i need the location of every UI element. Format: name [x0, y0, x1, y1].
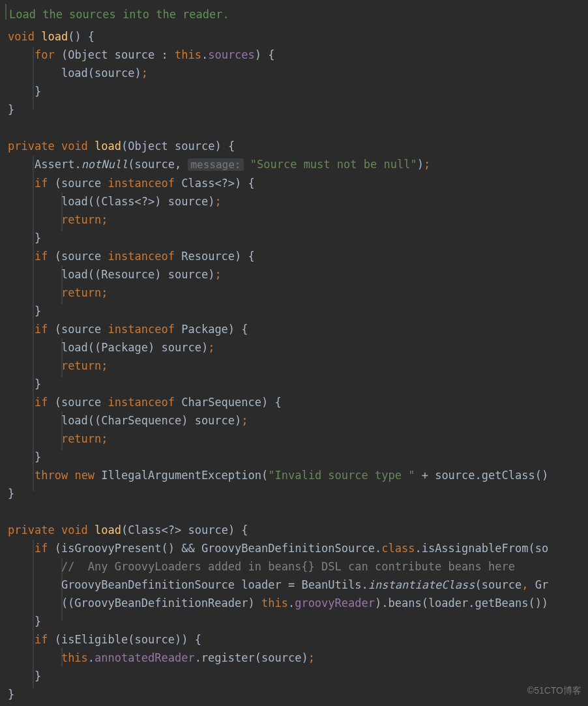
keyword-return: return	[61, 213, 101, 226]
var-source: source	[115, 48, 154, 61]
keyword-new: new	[74, 469, 95, 482]
class-beanutils: BeanUtils	[301, 578, 361, 591]
string-literal: "Source must not be null"	[250, 158, 417, 171]
code-block[interactable]: void load() { for (Object source : this.…	[8, 27, 548, 703]
keyword-if: if	[35, 177, 48, 190]
keyword-void: void	[8, 30, 35, 43]
code-editor[interactable]: Load the sources into the reader. void l…	[0, 0, 588, 706]
method-load: load	[41, 30, 68, 43]
method-load: load	[95, 523, 121, 537]
class-illegal-arg: IllegalArgumentException	[101, 469, 261, 482]
method-notnull: notNull	[81, 158, 128, 171]
javadoc-gutter-bar	[5, 4, 7, 20]
comment: // Any GroovyLoaders added in beans{} DS…	[61, 560, 515, 573]
call-isgroovy: isGroovyPresent	[61, 542, 162, 555]
class-groovy-reader: GroovyBeanDefinitionReader	[74, 596, 248, 610]
keyword-private: private	[8, 140, 55, 153]
watermark: ©51CTO博客	[527, 681, 581, 699]
call-iseligible: isEligible	[61, 633, 128, 646]
string-literal: "Invalid source type "	[268, 469, 415, 482]
type-object: Object	[68, 48, 108, 61]
call-load: load	[61, 66, 88, 80]
keyword-class: class	[381, 542, 415, 555]
keyword-for: for	[35, 48, 55, 61]
field-annotated-reader: annotatedReader	[95, 651, 195, 664]
parameter-hint: message:	[188, 158, 243, 171]
type-charsequence: CharSequence	[181, 396, 261, 409]
keyword-this: this	[175, 48, 201, 61]
method-load: load	[95, 140, 121, 153]
class-groovy-src: GroovyBeanDefinitionSource	[201, 542, 375, 555]
field-sources: sources	[208, 48, 255, 61]
type-package: Package	[181, 323, 228, 336]
method-instantiate: instantiateClass	[368, 578, 475, 591]
keyword-instanceof: instanceof	[108, 177, 175, 190]
type-resource: Resource	[181, 250, 235, 263]
keyword-throw: throw	[35, 469, 68, 482]
var-loader: loader	[241, 578, 281, 591]
field-groovy-reader: groovyReader	[295, 596, 375, 610]
class-assert: Assert	[35, 158, 74, 171]
javadoc-line: Load the sources into the reader.	[9, 5, 229, 23]
